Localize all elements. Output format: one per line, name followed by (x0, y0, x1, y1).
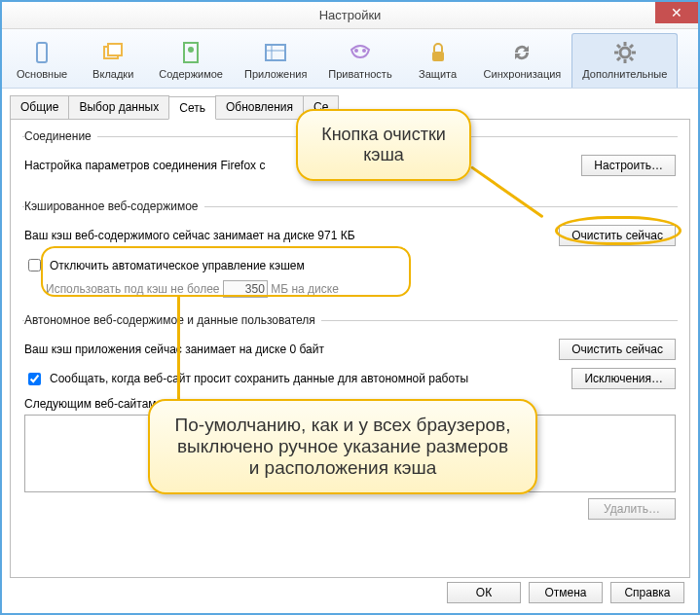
offline-notify-row[interactable]: Сообщать, когда веб-сайт просит сохранит… (24, 370, 571, 388)
close-button[interactable]: ✕ (655, 2, 698, 23)
category-label: Приложения (244, 68, 307, 80)
cache-status: Ваш кэш веб-содержимого сейчас занимает … (24, 229, 559, 242)
offline-legend: Автономное веб-содержимое и данные польз… (24, 313, 321, 327)
disable-auto-cache-row[interactable]: Отключить автоматическое управление кэше… (24, 256, 305, 274)
close-icon: ✕ (671, 5, 682, 20)
category-label: Основные (17, 68, 67, 80)
svg-line-18 (617, 57, 620, 60)
cache-limit-row: Использовать под кэш не более МБ на диск… (46, 280, 676, 298)
callout-top: Кнопка очистки кэша (296, 109, 471, 181)
grid-icon (263, 40, 288, 65)
category-apps[interactable]: Приложения (234, 33, 317, 88)
svg-point-8 (354, 49, 358, 53)
cache-group: Кэшированное веб-содержимое Ваш кэш веб-… (22, 199, 678, 300)
category-content[interactable]: Содержимое (148, 33, 234, 88)
configure-button[interactable]: Настроить… (581, 155, 676, 176)
phone-icon (29, 40, 55, 65)
ok-button[interactable]: ОК (447, 582, 521, 603)
titlebar: Настройки ✕ (2, 2, 698, 29)
category-toolbar: ОсновныеВкладкиСодержимоеПриложенияПрива… (2, 29, 698, 89)
svg-line-19 (630, 45, 633, 48)
category-label: Приватность (328, 68, 391, 80)
category-label: Дополнительные (582, 68, 667, 80)
cache-limit-field (223, 280, 268, 298)
subtab-data[interactable]: Выбор данных (68, 95, 169, 119)
offline-notify-label: Сообщать, когда веб-сайт просит сохранит… (50, 372, 468, 385)
subtab-updates[interactable]: Обновления (215, 95, 304, 119)
dialog-button-bar: ОК Отмена Справка (447, 582, 684, 603)
tabs-icon (100, 40, 126, 65)
category-sync[interactable]: Синхронизация (473, 33, 572, 88)
lock-icon (425, 40, 451, 65)
gear-icon (612, 40, 638, 65)
clear-offline-button[interactable]: Очистить сейчас (559, 339, 676, 360)
mask-icon (348, 40, 373, 65)
subtab-network[interactable]: Сеть (168, 96, 216, 120)
category-advanced[interactable]: Дополнительные (571, 33, 678, 88)
help-button[interactable]: Справка (610, 582, 684, 603)
callout-bottom: По-умолчанию, как и у всех браузеров, вы… (148, 399, 537, 494)
offline-status: Ваш кэш приложения сейчас занимает на ди… (24, 343, 559, 356)
delete-site-button: Удалить… (588, 498, 676, 520)
network-panel: Соединение Настройка параметров соединен… (10, 119, 690, 578)
svg-point-11 (620, 48, 630, 57)
subtab-general[interactable]: Общие (10, 95, 69, 119)
category-tabs[interactable]: Вкладки (78, 33, 148, 88)
disable-auto-cache-checkbox[interactable] (28, 259, 41, 271)
category-label: Синхронизация (484, 68, 562, 80)
category-label: Вкладки (92, 68, 133, 80)
offline-notify-checkbox[interactable] (28, 373, 41, 385)
svg-rect-5 (266, 45, 285, 60)
annotation-line-bottom (177, 296, 180, 401)
sync-icon (509, 40, 534, 65)
connection-legend: Соединение (24, 129, 97, 143)
svg-rect-0 (37, 43, 47, 62)
cache-legend: Кэшированное веб-содержимое (24, 199, 204, 213)
cache-limit-prefix: Использовать под кэш не более (46, 282, 220, 296)
svg-point-9 (362, 49, 366, 53)
svg-rect-2 (108, 44, 122, 55)
document-icon (178, 40, 203, 65)
category-label: Защита (419, 68, 457, 80)
category-main[interactable]: Основные (6, 33, 78, 88)
svg-line-17 (630, 57, 633, 60)
cancel-button[interactable]: Отмена (529, 582, 603, 603)
category-label: Содержимое (159, 68, 223, 80)
cache-limit-suffix: МБ на диске (271, 282, 339, 296)
disable-auto-cache-label: Отключить автоматическое управление кэше… (50, 259, 305, 272)
exceptions-button[interactable]: Исключения… (571, 368, 676, 389)
svg-line-16 (617, 45, 620, 48)
svg-point-4 (188, 47, 194, 53)
svg-rect-10 (432, 52, 444, 61)
window-title: Настройки (319, 8, 382, 22)
category-security[interactable]: Защита (403, 33, 473, 88)
clear-cache-button[interactable]: Очистить сейчас (559, 225, 676, 246)
category-privacy[interactable]: Приватность (317, 33, 402, 88)
